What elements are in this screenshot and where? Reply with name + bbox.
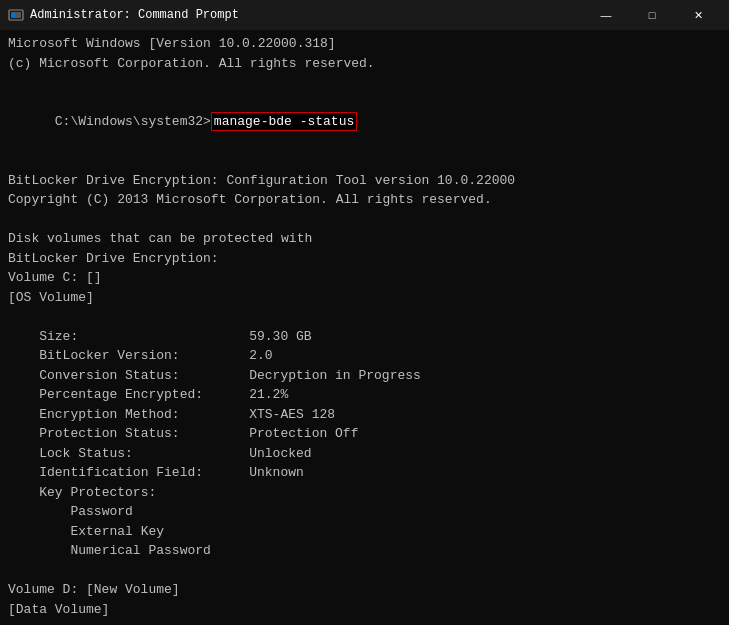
minimize-button[interactable]: — [583,0,629,30]
c-pe-value: 21.2% [249,387,288,402]
output-line-9: BitLocker Drive Encryption: [8,249,721,269]
c-kp2-row: External Key [8,522,721,542]
c-blv-value: 2.0 [249,348,272,363]
c-ps-label: Protection Status: [39,424,249,444]
command-text: manage-bde -status [211,112,357,131]
c-size-value: 59.30 GB [249,329,311,344]
output-line-8: Disk volumes that can be protected with [8,229,721,249]
c-blv-row: BitLocker Version:2.0 [8,346,721,366]
c-pe-row: Percentage Encrypted:21.2% [8,385,721,405]
c-ls-row: Lock Status:Unlocked [8,444,721,464]
blank-line-5 [8,561,721,581]
c-kp3-row: Numerical Password [8,541,721,561]
c-pe-label: Percentage Encrypted: [39,385,249,405]
maximize-button[interactable]: □ [629,0,675,30]
c-if-label: Identification Field: [39,463,249,483]
c-ps-row: Protection Status:Protection Off [8,424,721,444]
blank-line-2 [8,151,721,171]
output-line-6: Copyright (C) 2013 Microsoft Corporation… [8,190,721,210]
window-icon [8,7,24,23]
volume-d-type: [Data Volume] [8,600,721,620]
volume-d-header: Volume D: [New Volume] [8,580,721,600]
blank-line-6 [8,619,721,625]
titlebar: Administrator: Command Prompt — □ ✕ [0,0,729,30]
c-cs-row: Conversion Status:Decryption in Progress [8,366,721,386]
blank-line-3 [8,210,721,230]
c-if-row: Identification Field:Unknown [8,463,721,483]
c-em-label: Encryption Method: [39,405,249,425]
c-if-value: Unknown [249,465,304,480]
c-ls-label: Lock Status: [39,444,249,464]
c-cs-label: Conversion Status: [39,366,249,386]
c-kp-label: Key Protectors: [39,485,156,500]
c-size-label: Size: [39,327,249,347]
output-line-5: BitLocker Drive Encryption: Configuratio… [8,171,721,191]
c-blv-label: BitLocker Version: [39,346,249,366]
c-kp2-value: External Key [70,524,164,539]
c-em-row: Encryption Method:XTS-AES 128 [8,405,721,425]
command-input-line: C:\Windows\system32>manage-bde -status [8,93,721,152]
window: Administrator: Command Prompt — □ ✕ Micr… [0,0,729,625]
c-em-value: XTS-AES 128 [249,407,335,422]
blank-line-4 [8,307,721,327]
c-kp1-value: Password [70,504,132,519]
blank-line-1 [8,73,721,93]
c-ls-value: Unlocked [249,446,311,461]
c-cs-value: Decryption in Progress [249,368,421,383]
c-kp-row: Key Protectors: [8,483,721,503]
c-kp3-value: Numerical Password [70,543,210,558]
terminal-content: Microsoft Windows [Version 10.0.22000.31… [0,30,729,625]
svg-rect-2 [12,13,15,17]
close-button[interactable]: ✕ [675,0,721,30]
window-title: Administrator: Command Prompt [30,8,583,22]
prompt-text: C:\Windows\system32> [55,114,211,129]
c-kp1-row: Password [8,502,721,522]
volume-c-type: [OS Volume] [8,288,721,308]
c-ps-value: Protection Off [249,426,358,441]
window-controls: — □ ✕ [583,0,721,30]
output-line-2: (c) Microsoft Corporation. All rights re… [8,54,721,74]
volume-c-header: Volume C: [] [8,268,721,288]
output-line-1: Microsoft Windows [Version 10.0.22000.31… [8,34,721,54]
c-size-row: Size:59.30 GB [8,327,721,347]
